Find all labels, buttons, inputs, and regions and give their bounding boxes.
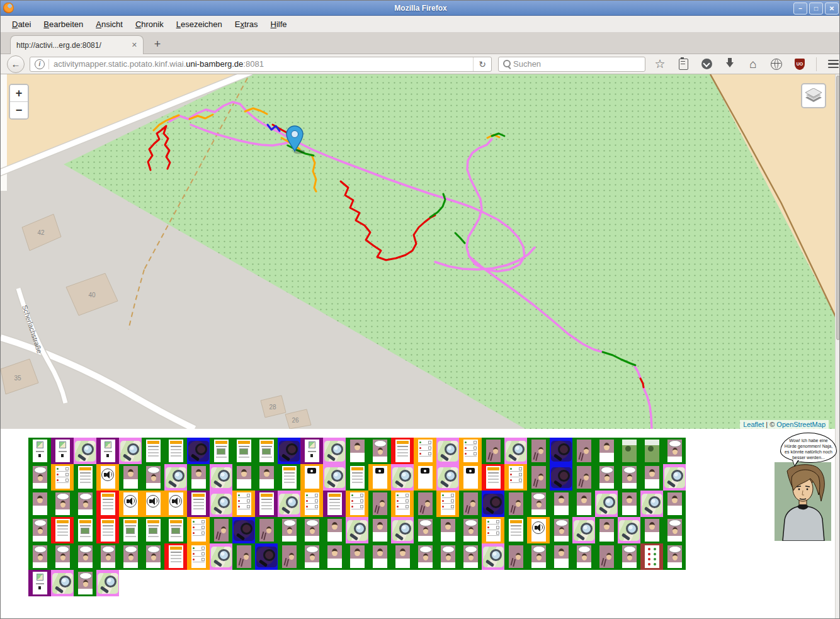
back-button[interactable]: ←: [7, 55, 25, 73]
menu-item-ansicht[interactable]: Ansicht: [89, 17, 129, 31]
hamburger-menu-icon[interactable]: [826, 57, 840, 71]
timeline-tile-charbubble[interactable]: [119, 543, 142, 570]
timeline-tile-loupe[interactable]: [323, 438, 346, 464]
timeline-tile-photo[interactable]: [210, 517, 232, 543]
timeline-tile-loupe[interactable]: [210, 543, 232, 570]
timeline-tile-char[interactable]: [595, 438, 618, 464]
timeline-tile-char[interactable]: [595, 517, 618, 543]
timeline-tile-charbubble[interactable]: [527, 491, 550, 517]
timeline-tile-photo[interactable]: [414, 491, 436, 517]
timeline-tile-warnphoto[interactable]: [210, 438, 232, 464]
zoom-in-button[interactable]: +: [10, 85, 28, 102]
timeline-tile-charbubble[interactable]: [663, 438, 686, 464]
timeline-tile-app[interactable]: [28, 438, 51, 464]
timeline-tile-audio[interactable]: [527, 517, 550, 543]
timeline-tile-photo[interactable]: [595, 543, 618, 570]
menu-item-hilfe[interactable]: Hilfe: [264, 17, 293, 31]
timeline-tile-char[interactable]: [28, 491, 51, 517]
timeline-tile-charbubble[interactable]: [572, 543, 595, 570]
timeline-tile-char[interactable]: [323, 517, 346, 543]
timeline-tile-photo[interactable]: [572, 438, 595, 464]
reload-button[interactable]: ↻: [473, 57, 491, 71]
timeline-tile-charbubble[interactable]: [28, 517, 51, 543]
timeline-tile-photo[interactable]: [278, 543, 300, 570]
timeline-tile-charbubble[interactable]: [278, 517, 300, 543]
timeline-tile-char[interactable]: [255, 464, 278, 491]
timeline-tile-form[interactable]: [187, 517, 210, 543]
timeline-tile-charbubble[interactable]: [28, 543, 51, 570]
timeline-tile-warnphoto[interactable]: [74, 517, 96, 543]
timeline-tile-warn[interactable]: [391, 438, 414, 464]
timeline-tile-warn[interactable]: [142, 438, 164, 464]
vertical-scrollbar[interactable]: [835, 74, 840, 619]
osm-link[interactable]: OpenStreetMap: [776, 421, 826, 428]
tab-active[interactable]: http://activi...erg.de:8081/ ✕: [10, 35, 144, 54]
timeline-tile-loupe[interactable]: [74, 438, 96, 464]
timeline-tile-char[interactable]: [346, 438, 368, 464]
timeline-tile-char[interactable]: [346, 543, 368, 570]
timeline-tile-charbubble[interactable]: [96, 543, 119, 570]
timeline-tile-form[interactable]: [187, 543, 210, 570]
timeline-tile-form[interactable]: [482, 517, 504, 543]
timeline-tile-form[interactable]: [414, 438, 436, 464]
scrollbar-thumb[interactable]: [836, 76, 840, 340]
timeline-tile-loupe[interactable]: [164, 464, 187, 491]
timeline-tile-charbubble[interactable]: [74, 543, 96, 570]
ublock-shield-icon[interactable]: UO: [793, 57, 807, 71]
timeline-tile-photo[interactable]: [232, 543, 255, 570]
timeline-tile-char[interactable]: [663, 491, 686, 517]
timeline-tile-photo[interactable]: [255, 517, 278, 543]
timeline-tile-audio[interactable]: [164, 491, 187, 517]
timeline-tile-loupe[interactable]: [323, 464, 346, 491]
timeline-tile-form[interactable]: [51, 464, 74, 491]
timeline-tile-warn[interactable]: [255, 491, 278, 517]
url-text[interactable]: activitymapper.static.potato.kinf.wiai.u…: [54, 59, 473, 69]
timeline-tile-camera[interactable]: [368, 464, 391, 491]
timeline-tile-loupe[interactable]: [391, 517, 414, 543]
timeline-tile-charbubble[interactable]: [595, 464, 618, 491]
timeline-tile-form[interactable]: [232, 491, 255, 517]
timeline-tile-charbubble[interactable]: [663, 517, 686, 543]
timeline-tile-loupe[interactable]: [618, 517, 640, 543]
timeline-tile-char[interactable]: [640, 464, 663, 491]
timeline-tile-charbubble[interactable]: [74, 570, 96, 596]
timeline-tile-warn[interactable]: [187, 491, 210, 517]
timeline-tile-camera[interactable]: [459, 464, 482, 491]
timeline-tile-loupedark[interactable]: [482, 491, 504, 517]
window-minimize-button[interactable]: –: [793, 3, 807, 14]
timeline-tile-charbubble[interactable]: [618, 464, 640, 491]
timeline-tile-warnphoto[interactable]: [255, 438, 278, 464]
timeline-tile-charbubble[interactable]: [51, 543, 74, 570]
timeline-tile-loupedark[interactable]: [550, 464, 572, 491]
timeline-tile-warn[interactable]: [346, 464, 368, 491]
timeline-tile-loupe[interactable]: [278, 491, 300, 517]
timeline-tile-warn[interactable]: [164, 438, 187, 464]
timeline-tile-charbubble[interactable]: [142, 543, 164, 570]
timeline-tile-loupe[interactable]: [346, 517, 368, 543]
timeline-tile-loupe[interactable]: [663, 464, 686, 491]
timeline-tile-warn[interactable]: [323, 491, 346, 517]
timeline-tile-loupe[interactable]: [504, 438, 527, 464]
tab-close-icon[interactable]: ✕: [132, 41, 137, 49]
layers-control[interactable]: [801, 83, 826, 108]
timeline-tile-loupe[interactable]: [482, 543, 504, 570]
timeline-tile-charbubble[interactable]: [51, 491, 74, 517]
timeline-tile-loupe[interactable]: [640, 491, 663, 517]
timeline-tile-form[interactable]: [300, 491, 323, 517]
map-canvas[interactable]: 4240352826 Scherlachstraße + − Leaflet |…: [1, 74, 835, 429]
timeline-tile-photo[interactable]: [459, 491, 482, 517]
timeline-tile-char[interactable]: [187, 464, 210, 491]
timeline-tile-scene[interactable]: [618, 438, 640, 464]
leaflet-link[interactable]: Leaflet: [743, 421, 764, 428]
timeline-tile-app[interactable]: [28, 570, 51, 596]
timeline-tile-photo[interactable]: [504, 491, 527, 517]
menu-item-bearbeiten[interactable]: Bearbeiten: [37, 17, 89, 31]
timeline-tile-char[interactable]: [550, 543, 572, 570]
timeline-tile-form[interactable]: [436, 491, 459, 517]
timeline-tile-char[interactable]: [618, 491, 640, 517]
timeline-tile-app[interactable]: [300, 438, 323, 464]
downloads-icon[interactable]: [723, 57, 737, 71]
timeline-tile-char[interactable]: [323, 543, 346, 570]
timeline-tile-charbubble[interactable]: [550, 517, 572, 543]
timeline-tile-hearts[interactable]: [640, 543, 663, 570]
